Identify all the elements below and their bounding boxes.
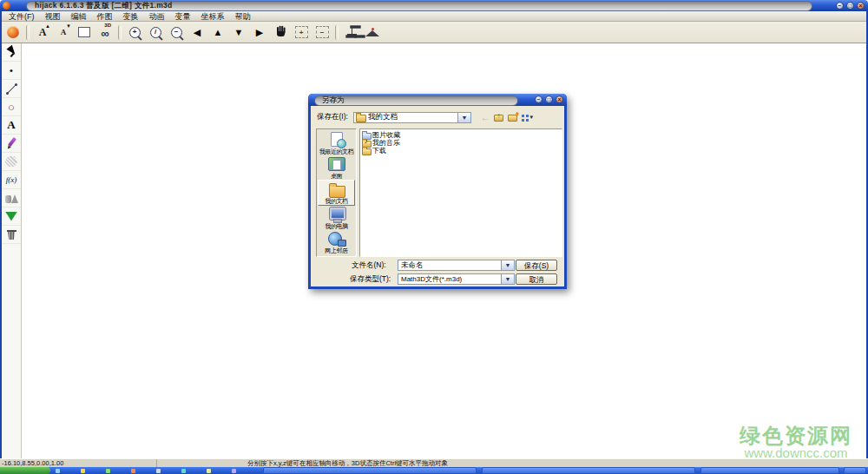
icon-glyph: ▲ — [214, 27, 223, 37]
back-icon[interactable]: ← — [479, 112, 491, 123]
menu-item[interactable]: 视图 — [40, 11, 66, 22]
menu-bar: 文件(F) 视图 编辑 作图 变换 动画 变量 坐标系 帮助 — [0, 11, 868, 22]
zoom-in-icon[interactable]: + — [125, 23, 144, 41]
quick-launch-icon[interactable] — [131, 469, 135, 473]
folder-icon — [356, 114, 365, 122]
maximize-button[interactable]: □ — [846, 2, 854, 10]
colors-tool-icon[interactable] — [2, 207, 21, 226]
delete-tool-icon[interactable] — [2, 226, 21, 244]
place-item[interactable]: 网上邻居 — [318, 230, 355, 254]
window-controls: − □ × — [836, 2, 865, 10]
start-button[interactable] — [0, 467, 50, 474]
menu-item[interactable]: 文件(F) — [3, 11, 40, 22]
place-label: 网上邻居 — [325, 247, 347, 254]
minimize-button[interactable]: − — [836, 2, 844, 10]
point-tool-icon[interactable]: • — [2, 62, 21, 80]
icon-badge: ▼ — [66, 23, 71, 29]
solids-tool-icon[interactable] — [2, 189, 21, 207]
music-folder-icon: ♪ — [362, 140, 371, 147]
file-list-item[interactable]: 下载 — [362, 147, 562, 155]
pencil-tool-icon[interactable] — [2, 135, 21, 153]
file-list-item[interactable]: ♪ 我的音乐 — [362, 139, 562, 147]
zoom-out-icon[interactable]: − — [167, 23, 186, 41]
pan-hand-icon[interactable] — [271, 23, 290, 41]
dialog-title: 另存为 — [322, 95, 345, 106]
zoom-default-icon[interactable]: / — [146, 23, 165, 41]
taskbar-button[interactable] — [700, 467, 839, 474]
menu-item[interactable]: 变换 — [118, 11, 144, 22]
place-item[interactable]: 我的文档 — [318, 180, 355, 206]
file-list[interactable]: 图片收藏 ♪ 我的音乐 下载 — [359, 128, 562, 257]
taskbar-button[interactable] — [482, 467, 695, 474]
font-decrease-icon[interactable]: A ▼ — [54, 23, 73, 41]
file-label: 下载 — [372, 146, 386, 155]
zoom-region-out-icon[interactable]: − — [312, 23, 332, 41]
zoom-region-in-icon[interactable]: + — [292, 23, 311, 41]
3d-glasses-icon[interactable]: ∞ 3D — [95, 23, 115, 41]
segment-tool-icon[interactable] — [2, 80, 21, 98]
quick-launch-icon[interactable] — [106, 469, 110, 473]
menu-item[interactable]: 编辑 — [66, 11, 92, 22]
icon-badge: ▲ — [45, 23, 50, 29]
menu-item[interactable]: 作图 — [92, 11, 118, 22]
dropdown-arrow-icon[interactable]: ▼ — [501, 260, 514, 270]
function-tool-icon[interactable]: f(x) — [2, 171, 21, 189]
cancel-button[interactable]: 取消 — [516, 273, 557, 285]
pan-down-icon[interactable]: ▼ — [229, 23, 248, 41]
taskbar-button[interactable] — [263, 467, 477, 474]
taskbar — [0, 467, 868, 474]
icon-glyph — [345, 27, 358, 38]
place-item[interactable]: 我最近的文档 — [318, 131, 355, 155]
quick-launch-icon[interactable] — [207, 469, 211, 473]
quick-launch-icon[interactable] — [81, 469, 85, 473]
quick-launch-icon[interactable] — [181, 469, 186, 473]
menu-item[interactable]: 坐标系 — [196, 11, 230, 22]
icon-glyph: ○ — [8, 101, 15, 114]
dropdown-arrow-icon[interactable]: ▼ — [457, 113, 470, 122]
place-item[interactable]: 我的电脑 — [318, 206, 355, 230]
pan-left-icon[interactable]: ◀ — [187, 23, 207, 41]
app-title-bar: hijack 6.1.6.3 普及版 [二维] 文件1.m3d − □ × — [0, 0, 868, 11]
circle-tool-icon[interactable]: ○ — [2, 98, 21, 116]
toolbar-separator — [26, 25, 30, 40]
save-button[interactable]: 保存(S) — [516, 260, 557, 271]
place-label: 我的电脑 — [325, 223, 347, 230]
save-in-label: 保存在(I): — [317, 112, 348, 122]
save-in-combo[interactable]: 我的文档 ▼ — [353, 112, 471, 123]
folder-icon — [362, 148, 371, 155]
new-folder-icon[interactable] — [507, 112, 519, 123]
quick-launch-icon[interactable] — [232, 469, 236, 473]
pan-right-icon[interactable]: ▶ — [250, 23, 269, 41]
select-tool-icon[interactable] — [2, 43, 21, 62]
pan-up-icon[interactable]: ▲ — [208, 23, 227, 41]
close-button[interactable]: × — [857, 2, 865, 10]
file-type-combo[interactable]: Math3D文件(*.m3d) ▼ — [398, 273, 515, 285]
cap-icon[interactable] — [363, 23, 382, 41]
quick-launch-icon[interactable] — [156, 469, 161, 473]
polygon-tool-icon[interactable] — [2, 153, 21, 171]
text-tool-icon[interactable]: A — [2, 116, 21, 135]
icon-glyph: ▶ — [256, 27, 263, 38]
recent-documents-icon — [326, 132, 348, 148]
file-name-input[interactable]: 未命名 ▼ — [398, 260, 515, 271]
quick-launch-icon[interactable] — [56, 469, 60, 473]
rectangle-tool-icon[interactable] — [75, 23, 94, 41]
dialog-close-button[interactable]: × — [556, 95, 563, 103]
view-menu-icon[interactable]: ▾ — [521, 112, 533, 123]
save-in-row: 保存在(I): 我的文档 ▼ ← — [317, 111, 559, 123]
icon-glyph — [5, 46, 17, 58]
dialog-minimize-button[interactable]: − — [535, 95, 542, 103]
dropdown-arrow-icon[interactable]: ▼ — [501, 274, 514, 284]
taskbar-button[interactable] — [844, 467, 866, 474]
font-increase-icon[interactable]: A ▲ — [33, 23, 52, 41]
place-item[interactable]: 桌面 — [318, 155, 355, 180]
coordinate-system-icon[interactable] — [342, 23, 361, 41]
menu-item[interactable]: 帮助 — [230, 11, 256, 22]
menu-item[interactable]: 变量 — [170, 11, 196, 22]
up-folder-icon[interactable] — [493, 112, 505, 123]
icon-glyph: ← — [481, 113, 490, 122]
menu-item[interactable]: 动画 — [144, 11, 170, 22]
dialog-maximize-button[interactable]: □ — [545, 95, 553, 103]
app-logo-icon — [3, 23, 23, 41]
dialog-window-controls: − □ × — [535, 95, 563, 103]
